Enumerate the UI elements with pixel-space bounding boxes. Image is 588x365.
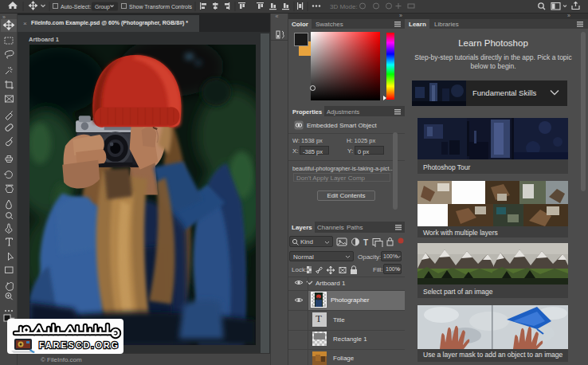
svg-text:3D Mode:: 3D Mode: <box>330 3 358 10</box>
svg-text:T: T <box>363 238 368 247</box>
svg-text:FARESCD.ORG: FARESCD.ORG <box>39 340 120 350</box>
